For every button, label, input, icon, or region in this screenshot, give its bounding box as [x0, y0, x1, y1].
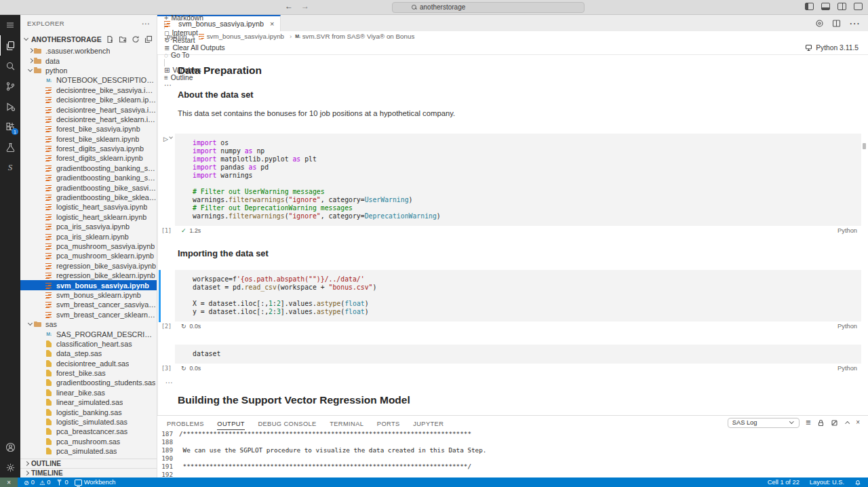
cell-language-label[interactable]: Python	[837, 365, 861, 372]
toolbar-button[interactable]: Restart	[164, 37, 225, 44]
tree-item[interactable]: pca_breastcancer.sas	[20, 427, 157, 436]
kernel-picker[interactable]: Python 3.11.5	[805, 44, 868, 52]
customize-layout-icon[interactable]	[854, 3, 863, 10]
tree-item[interactable]: decisiontree_heart_sasviya.ipynb	[20, 104, 157, 114]
tree-item[interactable]: forest_bike_sklearn.ipynb	[20, 134, 157, 144]
panel-tab[interactable]: PORTS	[377, 418, 400, 430]
tree-item[interactable]: pca_mushroom.sas	[20, 437, 157, 446]
panel-tab[interactable]: OUTPUT	[217, 418, 245, 430]
tree-item[interactable]: pca_mushroom_sklearn.ipynb	[20, 251, 157, 260]
tree-item[interactable]: decisiontree_heart_sklearn.ipynb	[20, 115, 157, 124]
workbench-indicator[interactable]: Workbench	[75, 479, 116, 486]
sidebar-item-extensions[interactable]: 1	[0, 117, 20, 137]
tree-item[interactable]: pca_iris_sasviya.ipynb	[20, 222, 157, 231]
tree-item[interactable]: M↓ SAS_PROGRAM_DESCRIPTIONS.md	[20, 329, 157, 338]
tree-item[interactable]: data	[20, 56, 157, 65]
account-icon[interactable]	[0, 437, 20, 457]
sidebar-item-source-control[interactable]	[0, 76, 20, 96]
sidebar-item-testing[interactable]	[0, 137, 20, 157]
tree-item[interactable]: pca_iris_sklearn.ipynb	[20, 231, 157, 241]
cell-code-editor[interactable]: workspace=f'{os.path.abspath("")}/../dat…	[175, 270, 861, 322]
refresh-icon[interactable]	[132, 35, 140, 43]
tree-item[interactable]: logistic_heart_sasviya.ipynb	[20, 202, 157, 212]
sidebar-item-run-debug[interactable]	[0, 96, 20, 117]
tree-item[interactable]: .sasuser.workbench	[20, 46, 157, 56]
toggle-secondary-sidebar-icon[interactable]	[837, 3, 846, 10]
tree-item[interactable]: gradientboosting_bike_sasviya.ipynb	[20, 182, 157, 192]
notebook-settings-icon[interactable]	[815, 19, 824, 28]
back-icon[interactable]: ←	[285, 1, 293, 11]
code-cell[interactable]: dataset[3]↻0.0sPython	[158, 345, 861, 373]
command-center-search[interactable]: anotherstorage	[392, 2, 585, 13]
code-cell[interactable]: workspace=f'{os.path.abspath("")}/../dat…	[158, 270, 861, 331]
close-panel-icon[interactable]: ×	[856, 419, 860, 426]
workspace-section-header[interactable]: ANOTHERSTORAGE	[20, 32, 157, 46]
tree-item[interactable]: pca_simulated.sas	[20, 446, 157, 456]
tree-item[interactable]: data_step.sas	[20, 349, 157, 358]
run-options-chevron-icon[interactable]	[169, 136, 174, 140]
forward-icon[interactable]: →	[301, 1, 309, 11]
toggle-sidebar-icon[interactable]	[805, 3, 814, 10]
tree-item[interactable]: gradientboosting_banking_sklearn.ip...	[20, 173, 157, 182]
sidebar-item-explorer[interactable]	[0, 35, 20, 56]
menu-icon[interactable]	[0, 15, 20, 35]
toggle-panel-icon[interactable]	[821, 3, 830, 10]
toolbar-button[interactable]: Interrupt	[164, 29, 225, 37]
tree-item[interactable]: svm_breast_cancer_sasviya.ipynb	[20, 300, 157, 309]
settings-gear-icon[interactable]	[0, 457, 20, 478]
clear-output-icon[interactable]	[831, 419, 838, 427]
explorer-more-actions-icon[interactable]: ⋯	[142, 19, 150, 28]
maximize-panel-icon[interactable]	[844, 420, 850, 425]
tree-item[interactable]: linear_simulated.sas	[20, 397, 157, 407]
split-editor-icon[interactable]	[832, 19, 841, 28]
panel-tab[interactable]: TERMINAL	[330, 418, 363, 430]
tree-item[interactable]: regression_bike_sklearn.ipynb	[20, 271, 157, 280]
tree-item[interactable]: regression_bike_sasviya.ipynb	[20, 261, 157, 271]
tree-item[interactable]: pca_mushroom_sasviya.ipynb	[20, 241, 157, 251]
sidebar-item-search[interactable]	[0, 56, 20, 76]
tree-item[interactable]: logistic_heart_sklearn.ipynb	[20, 212, 157, 222]
run-cell-button[interactable]: ▷	[163, 136, 174, 142]
tree-item[interactable]: forest_bike_sasviya.ipynb	[20, 124, 157, 134]
tree-item[interactable]: linear_bike.sas	[20, 388, 157, 397]
collapse-all-icon[interactable]	[144, 35, 153, 43]
cell-code-editor[interactable]: import osimport numpy as npimport matplo…	[175, 134, 861, 226]
remote-indicator[interactable]: ✕	[0, 478, 18, 487]
new-folder-icon[interactable]	[119, 35, 127, 43]
output-channel-select[interactable]: SAS Log	[728, 418, 800, 428]
cell-indicator[interactable]: Cell 1 of 22	[768, 479, 800, 486]
tree-item[interactable]: classification_heart.sas	[20, 339, 157, 349]
sidebar-item-sas[interactable]: S	[0, 157, 20, 178]
problems-indicator[interactable]: ⊘0 ⚠0	[24, 479, 50, 486]
scrollbar-thumb[interactable]	[863, 143, 866, 149]
timeline-section-header[interactable]: TIMELINE	[20, 468, 157, 478]
layout-indicator[interactable]: Layout: U.S.	[810, 479, 844, 486]
tree-item[interactable]: decisiontree_bike_sasviya.ipynb	[20, 85, 157, 95]
tree-item[interactable]: decisiontree_adult.sas	[20, 359, 157, 368]
code-cell[interactable]: ▷import osimport numpy as npimport matpl…	[158, 134, 861, 235]
tree-item[interactable]: forest_digits_sklearn.ipynb	[20, 153, 157, 163]
editor-more-actions-icon[interactable]: ⋯	[849, 17, 860, 30]
tree-item[interactable]: gradientboosting_bike_sklearn.ipynb	[20, 193, 157, 202]
tree-item[interactable]: forest_digits_sasviya.ipynb	[20, 144, 157, 153]
tree-item[interactable]: decisiontree_bike_sklearn.ipynb	[20, 95, 157, 104]
breadcrumb-item[interactable]: M↓ svm.SVR from SAS® Viya® on Bonus	[295, 33, 414, 40]
notebook-content[interactable]: Data PreparationAbout the data setThis d…	[157, 55, 868, 415]
toolbar-button[interactable]: Clear All Outputs	[164, 44, 225, 52]
panel-tab[interactable]: DEBUG CONSOLE	[258, 418, 316, 430]
tree-item[interactable]: logistic_banking.sas	[20, 407, 157, 416]
cell-code-editor[interactable]: dataset	[175, 345, 861, 364]
notifications-bell-icon[interactable]	[854, 479, 861, 486]
tree-item[interactable]: svm_bonus_sasviya.ipynb	[20, 280, 157, 290]
panel-tab[interactable]: JUPYTER	[413, 418, 443, 430]
tree-item[interactable]: python	[20, 66, 157, 75]
cell-language-label[interactable]: Python	[837, 323, 861, 330]
cell-language-label[interactable]: Python	[837, 227, 861, 234]
toolbar-button[interactable]: Markdown	[164, 14, 225, 22]
tree-item[interactable]: logistic_simulated.sas	[20, 417, 157, 427]
tree-item[interactable]: M↓ NOTEBOOK_DESCRIPTIONS.md	[20, 75, 157, 85]
ports-indicator[interactable]: 0	[56, 479, 68, 486]
output-filter-icon[interactable]: ≣	[806, 419, 811, 426]
close-tab-icon[interactable]: ×	[270, 20, 274, 28]
tree-item[interactable]: forest_bike.sas	[20, 368, 157, 378]
